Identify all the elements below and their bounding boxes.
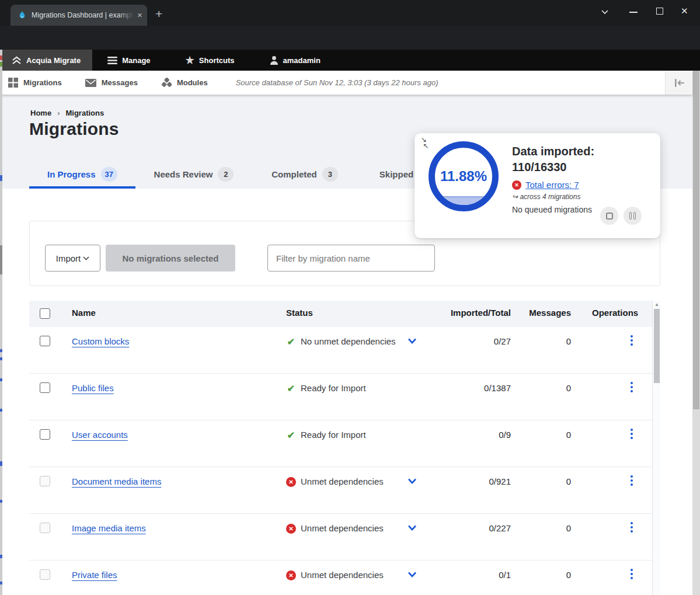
toolbar-migrations-item[interactable]: Migrations [0,71,70,95]
table-scrollbar[interactable]: ▲ [652,301,660,595]
migration-name-link[interactable]: Custom blocks [72,336,129,346]
admin-shortcuts-item[interactable]: ★ Shortcuts [176,50,244,71]
imported-total-cell: 0/27 [403,336,511,346]
pause-icon [629,212,636,220]
select-all-checkbox[interactable] [40,308,50,319]
admin-user-item[interactable]: amadamin [260,50,330,71]
table-row: Private files ✕ Unmet dependencies 0/1 0 [29,561,652,595]
status-icon: ✔ [286,337,296,347]
admin-brand-item[interactable]: Acquia Migrate [0,50,92,71]
table-scrollbar-thumb[interactable] [654,309,660,383]
import-button-label: Import [56,253,81,263]
star-icon: ★ [186,56,194,65]
admin-manage-item[interactable]: Manage [98,50,159,71]
operations-menu-icon[interactable] [631,522,633,534]
row-checkbox[interactable] [40,523,50,533]
row-checkbox[interactable] [40,569,50,580]
migration-name-link[interactable]: Public files [72,383,114,393]
migration-name-link[interactable]: Image media items [72,523,146,533]
toolbar-modules-label: Modules [177,78,208,87]
row-checkbox[interactable] [40,382,50,393]
table-row: Document media items ✕ Unmet dependencie… [29,467,652,514]
import-dropdown-button[interactable]: Import [45,245,100,272]
breadcrumb: Home › Migrations [30,109,104,117]
source-database-note: Source database of Sun Nov 12, 3:03 (3 d… [236,78,438,87]
migration-name-link[interactable]: User accounts [72,430,128,440]
menu-icon [107,57,117,64]
admin-toolbar: Acquia Migrate Manage ★ Shortcuts amadam… [0,50,700,71]
window-close-button[interactable]: ✕ [681,6,688,16]
browser-navbar: ← → ⟳ d9ama-ddevblog.ddev.site/acquia-mi… [0,26,700,50]
imported-total-cell: 0/921 [403,476,511,486]
tab-in-progress[interactable]: In Progress 37 [29,163,135,185]
admin-brand-label: Acquia Migrate [26,56,81,65]
tab-label: Skipped [379,169,413,179]
imported-total-cell: 0/227 [403,523,511,533]
messages-cell: 0 [524,523,571,533]
page-scrollbar-thumb[interactable] [693,71,699,409]
migrations-table: Name Status Imported/Total Messages Oper… [29,301,660,595]
status-icon: ✕ [286,477,296,487]
active-tab-underline [29,186,135,189]
column-header-name: Name [72,308,96,318]
chevron-down-icon [83,256,89,260]
tab-completed[interactable]: Completed 3 [253,163,356,185]
stop-icon [606,213,613,220]
new-tab-button[interactable]: + [155,7,162,21]
toolbar-messages-item[interactable]: Messages [77,71,146,95]
background-window-sliver [0,50,2,595]
operations-menu-icon[interactable] [631,429,633,441]
table-header-row: Name Status Imported/Total Messages Oper… [29,301,652,327]
migration-name-link[interactable]: Document media items [72,476,161,486]
tab-close-icon[interactable]: ✕ [137,12,142,19]
tab-label: Needs Review [154,169,213,179]
collapse-popup-icon[interactable]: ↘ ↖ [421,137,429,149]
status-icon: ✔ [286,384,296,394]
row-checkbox[interactable] [40,336,50,346]
tab-label: In Progress [47,169,96,179]
tab-needs-review[interactable]: Needs Review 2 [141,163,246,185]
progress-percent: 11.88% [435,148,492,205]
imported-total-cell: 0/9 [403,430,511,440]
scroll-up-arrow-icon[interactable]: ▲ [653,302,661,307]
breadcrumb-home-link[interactable]: Home [30,109,51,117]
operations-menu-icon[interactable] [631,335,633,347]
tab-count-badge: 37 [101,167,117,182]
window-minimize-button[interactable] [629,12,638,13]
column-header-messages: Messages [524,308,571,318]
window-chevron-icon[interactable] [600,8,610,15]
browser-tab[interactable]: Migrations Dashboard | example ✕ [11,5,147,26]
admin-shortcuts-label: Shortcuts [199,56,235,65]
pause-button[interactable] [624,207,642,225]
status-label: Ready for Import [301,383,366,393]
filter-input[interactable] [267,245,435,272]
messages-cell: 0 [524,383,571,393]
imported-total-cell: 0/1 [403,570,511,580]
status-label: Unmet dependencies [301,476,384,486]
operations-menu-icon[interactable] [631,475,633,488]
toolbar-messages-label: Messages [102,78,138,87]
total-errors-link[interactable]: Total errors: 7 [525,180,579,190]
column-header-operations: Operations [592,308,638,318]
column-header-status: Status [286,308,313,318]
status-label: Unmet dependencies [301,570,384,580]
modules-icon [161,78,172,88]
stop-button[interactable] [600,207,618,225]
status-label: No unmet dependencies [301,336,396,346]
collapse-left-icon [673,79,685,87]
page-scrollbar[interactable] [692,71,700,595]
row-checkbox[interactable] [40,429,50,440]
messages-cell: 0 [524,476,571,486]
operations-menu-icon[interactable] [631,382,633,394]
breadcrumb-separator: › [57,109,60,117]
tab-count-badge: 3 [322,167,338,182]
toolbar-migrations-label: Migrations [23,78,62,87]
progress-popup: ↘ ↖ 11.88% Data imported: 110/16330 ✕ To… [415,133,660,238]
operations-menu-icon[interactable] [631,569,633,581]
row-checkbox[interactable] [40,476,50,486]
toolbar-collapse-button[interactable] [665,71,692,95]
status-icon: ✕ [286,524,296,534]
toolbar-modules-item[interactable]: Modules [153,71,216,95]
migration-name-link[interactable]: Private files [72,570,117,580]
window-maximize-button[interactable] [656,8,663,15]
